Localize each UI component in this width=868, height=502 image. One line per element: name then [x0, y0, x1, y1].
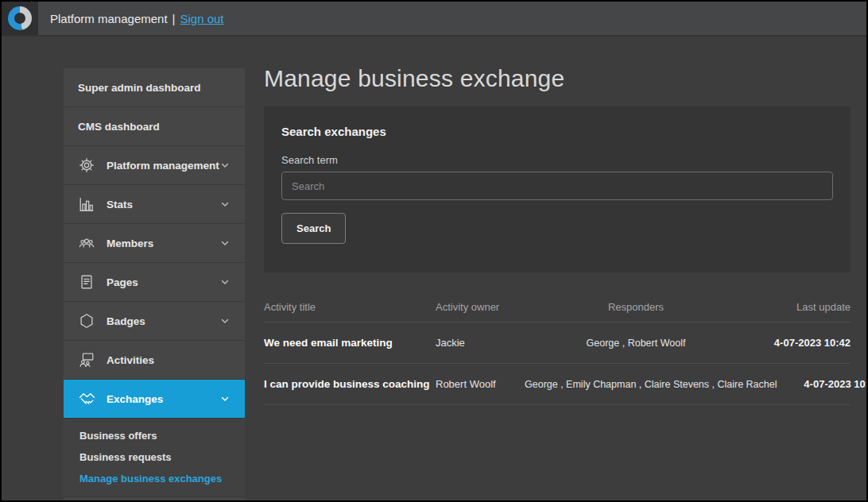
sidebar-item-platform-management[interactable]: Platform management: [64, 146, 245, 185]
submenu-item-label: Business requests: [79, 451, 172, 463]
sidebar-item-label: Stats: [107, 199, 133, 210]
table-header-row: Activity title Activity owner Responders…: [264, 298, 851, 322]
handshake-icon: [78, 389, 97, 408]
last-update-cell: 4-07-2023 10:42: [777, 378, 868, 390]
sidebar-item-stats[interactable]: Stats: [64, 185, 245, 224]
sidebar-item-challenges[interactable]: Challenges: [64, 496, 245, 502]
activity-title-cell: We need email marketing: [264, 337, 436, 349]
topbar-divider: |: [172, 12, 176, 25]
search-panel-title: Search exchanges: [281, 125, 833, 138]
activity-owner-cell: Jackie: [436, 337, 525, 349]
topbar-title: Platform management: [50, 12, 168, 25]
chevron-down-icon: [219, 237, 231, 249]
sidebar-item-label: Exchanges: [107, 393, 163, 405]
presentation-icon: [78, 350, 97, 369]
sidebar-item-cms-dashboard[interactable]: CMS dashboard: [64, 107, 245, 146]
responders-cell: George , Emily Chapman , Claire Stevens …: [525, 379, 777, 390]
sidebar-item-label: Pages: [107, 276, 138, 288]
sign-out-link[interactable]: Sign out: [180, 12, 223, 25]
people-icon: [78, 234, 97, 253]
sidebar-item-members[interactable]: Members: [64, 224, 245, 263]
sidebar: Super admin dashboard CMS dashboard Plat…: [64, 68, 245, 502]
search-button[interactable]: Search: [281, 213, 346, 244]
sidebar-item-label: Super admin dashboard: [78, 82, 201, 94]
sidebar-item-label: Members: [107, 237, 153, 249]
sidebar-item-activities[interactable]: Activities: [64, 341, 245, 380]
sidebar-item-exchanges[interactable]: Exchanges: [64, 380, 245, 419]
sidebar-item-pages[interactable]: Pages: [64, 263, 245, 302]
sidebar-item-label: CMS dashboard: [78, 121, 160, 133]
logo-container: [2, 2, 38, 35]
hexagon-icon: [78, 311, 97, 330]
app-window: Platform management | Sign out Super adm…: [0, 0, 868, 502]
submenu-item-label: Manage business exchanges: [79, 473, 222, 485]
chevron-down-icon: [219, 276, 231, 288]
column-header-activity-owner: Activity owner: [436, 301, 525, 313]
submenu-item-label: Business offers: [79, 430, 157, 442]
topbar-text: Platform management | Sign out: [50, 12, 224, 25]
submenu-item-manage-business-exchanges[interactable]: Manage business exchanges: [64, 468, 245, 489]
search-term-label: Search term: [281, 154, 833, 166]
table-row[interactable]: We need email marketing Jackie George , …: [264, 322, 851, 364]
submenu-item-business-offers[interactable]: Business offers: [64, 425, 245, 446]
app-logo-icon: [8, 6, 32, 30]
chevron-down-icon: [219, 160, 231, 171]
page-title: Manage business exchange: [264, 65, 851, 92]
main-content: Manage business exchange Search exchange…: [264, 65, 851, 405]
responders-cell: George , Robert Woolf: [525, 338, 747, 349]
sidebar-item-label: Badges: [107, 315, 145, 327]
column-header-activity-title: Activity title: [264, 301, 436, 313]
search-input[interactable]: [281, 172, 833, 200]
topbar: Platform management | Sign out: [2, 2, 866, 37]
document-icon: [78, 272, 97, 292]
exchanges-table: Activity title Activity owner Responders…: [264, 298, 851, 405]
sidebar-item-label: Platform management: [107, 160, 219, 172]
gear-icon: [78, 156, 97, 175]
chevron-down-icon: [219, 393, 231, 404]
search-panel: Search exchanges Search term Search: [264, 106, 851, 272]
sidebar-item-super-admin-dashboard[interactable]: Super admin dashboard: [64, 68, 245, 107]
chevron-down-icon: [219, 199, 231, 210]
last-update-cell: 4-07-2023 10:42: [747, 337, 851, 349]
exchanges-submenu: Business offers Business requests Manage…: [64, 419, 245, 496]
column-header-last-update: Last update: [747, 301, 851, 313]
sidebar-item-label: Activities: [107, 354, 154, 366]
column-header-responders: Responders: [525, 301, 747, 313]
bar-chart-icon: [78, 195, 97, 214]
activity-owner-cell: Robert Woolf: [436, 378, 525, 390]
activity-title-cell: I can provide business coaching: [264, 378, 436, 390]
sidebar-item-badges[interactable]: Badges: [64, 302, 245, 341]
table-row[interactable]: I can provide business coaching Robert W…: [264, 364, 851, 405]
chevron-down-icon: [219, 315, 231, 326]
submenu-item-business-requests[interactable]: Business requests: [64, 446, 245, 468]
